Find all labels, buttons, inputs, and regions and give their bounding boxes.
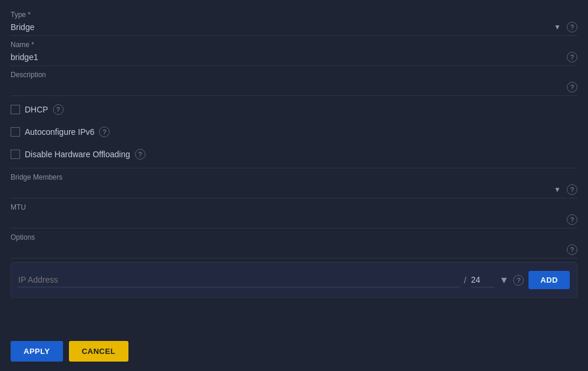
mtu-input[interactable] [11, 214, 562, 226]
bridge-members-help-icon[interactable]: ? [567, 184, 577, 195]
name-help-icon[interactable]: ? [567, 52, 577, 62]
mtu-field-row: MTU ? [11, 198, 577, 228]
disable-hw-offload-checkbox[interactable] [11, 150, 20, 159]
type-field-row: Type * ▼ ? [11, 6, 577, 36]
description-label: Description [11, 71, 577, 79]
bridge-members-dropdown-icon[interactable]: ▼ [554, 186, 561, 194]
ip-cidr-dropdown-icon[interactable]: ▼ [499, 275, 508, 286]
bridge-members-label: Bridge Members [11, 173, 577, 181]
options-input-row: ? [11, 244, 577, 256]
description-input[interactable] [11, 81, 562, 93]
type-input[interactable] [11, 21, 549, 33]
name-label: Name * [11, 41, 577, 49]
description-help-icon[interactable]: ? [567, 82, 577, 92]
description-input-row: ? [11, 81, 577, 93]
name-field-row: Name * ? [11, 36, 577, 66]
autoipv6-row: Autoconfigure IPv6 ? [11, 121, 577, 143]
description-field-row: Description ? [11, 66, 577, 96]
ip-cidr-input[interactable] [471, 273, 494, 287]
mtu-label: MTU [11, 203, 577, 211]
autoipv6-label: Autoconfigure IPv6 [25, 127, 94, 137]
bridge-members-input[interactable] [11, 184, 549, 196]
autoipv6-help-icon[interactable]: ? [99, 127, 110, 137]
type-help-icon[interactable]: ? [567, 22, 577, 32]
bridge-members-field-row: Bridge Members ▼ ? [11, 168, 577, 198]
mtu-input-row: ? [11, 214, 577, 226]
type-dropdown-icon[interactable]: ▼ [554, 23, 561, 31]
type-label: Type * [11, 11, 577, 19]
ip-slash: / [464, 276, 467, 285]
autoipv6-checkbox[interactable] [11, 127, 20, 137]
name-input-row: ? [11, 51, 577, 63]
options-label: Options [11, 233, 577, 241]
checkboxes-section: DHCP ? Autoconfigure IPv6 ? Disable Hard… [11, 96, 577, 168]
ip-address-section: / ▼ ? ADD [11, 262, 577, 298]
disable-hw-offload-label: Disable Hardware Offloading [25, 150, 130, 159]
ip-row: / ▼ ? ADD [18, 271, 570, 289]
form-section: Type * ▼ ? Name * ? Description ? [11, 6, 577, 333]
bridge-members-input-row: ▼ ? [11, 184, 577, 196]
dhcp-row: DHCP ? [11, 98, 577, 121]
dhcp-help-icon[interactable]: ? [53, 104, 64, 115]
name-input[interactable] [11, 51, 562, 63]
add-button[interactable]: ADD [528, 271, 570, 289]
page-container: Type * ▼ ? Name * ? Description ? [0, 0, 588, 371]
disable-hw-offload-row: Disable Hardware Offloading ? [11, 143, 577, 165]
type-input-row: ▼ ? [11, 21, 577, 33]
options-input[interactable] [11, 244, 562, 256]
apply-button[interactable]: APPLY [11, 341, 63, 362]
disable-hw-offload-help-icon[interactable]: ? [135, 149, 146, 160]
footer-buttons: APPLY CANCEL [11, 333, 577, 365]
cancel-button[interactable]: CANCEL [69, 341, 128, 362]
dhcp-checkbox[interactable] [11, 105, 20, 114]
ip-address-input[interactable] [18, 273, 460, 287]
ip-help-icon[interactable]: ? [513, 275, 524, 286]
options-help-icon[interactable]: ? [567, 244, 577, 255]
mtu-help-icon[interactable]: ? [567, 214, 577, 225]
options-field-row: Options ? [11, 228, 577, 259]
dhcp-label: DHCP [25, 105, 48, 114]
